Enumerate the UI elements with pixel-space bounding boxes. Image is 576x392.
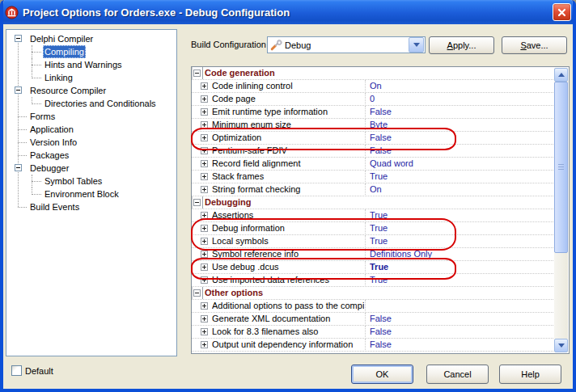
property-value[interactable]: On [370, 80, 553, 92]
property-row[interactable]: Record field alignment Quad word [192, 158, 555, 171]
property-row[interactable]: Pentium-safe FDIV False [192, 145, 555, 158]
scroll-up-button[interactable] [554, 68, 568, 82]
property-row[interactable]: Assertions True [192, 209, 555, 222]
property-row[interactable]: Debug information True [192, 222, 555, 235]
column-divider [365, 132, 366, 145]
chevron-down-icon [413, 43, 420, 47]
tree-item[interactable]: Compiling [6, 45, 176, 58]
property-row[interactable]: Symbol reference info Definitions Only [192, 248, 555, 261]
tree-item[interactable]: Debugger [6, 162, 176, 175]
tree-item[interactable]: Application [6, 123, 176, 136]
property-row[interactable]: Debugging [192, 196, 555, 209]
collapse-icon[interactable] [193, 199, 201, 206]
expand-icon[interactable] [201, 186, 208, 193]
property-row[interactable]: Use debug .dcus True [192, 261, 555, 274]
combo-dropdown-button[interactable] [409, 37, 424, 53]
property-row[interactable]: Use imported data references True [192, 274, 555, 287]
tree-item[interactable]: Linking [6, 71, 176, 84]
tree-item[interactable]: Delphi Compiler [6, 32, 176, 45]
expand-icon[interactable] [201, 328, 208, 335]
expand-icon[interactable] [201, 147, 208, 154]
expand-icon[interactable] [201, 160, 208, 167]
property-value[interactable]: True [370, 235, 553, 247]
close-button[interactable] [553, 3, 571, 21]
property-value[interactable]: Definitions Only [370, 248, 553, 260]
expand-icon[interactable] [201, 108, 208, 116]
delphi-app-icon [5, 6, 19, 19]
tree-item[interactable]: Environment Block [6, 188, 176, 200]
tree-item[interactable]: Resource Compiler [6, 84, 176, 97]
property-value[interactable]: True [370, 261, 553, 273]
property-value[interactable]: Byte [370, 119, 553, 131]
property-row[interactable]: Generate XML documentation False [192, 313, 555, 326]
property-value[interactable]: False [370, 145, 553, 157]
property-value[interactable]: 0 [370, 93, 553, 105]
expand-icon[interactable] [201, 95, 208, 103]
property-row[interactable]: String format checking On [192, 183, 555, 196]
property-value[interactable]: On [370, 183, 553, 196]
default-checkbox-row[interactable]: Default [11, 365, 53, 376]
expand-icon[interactable] [201, 225, 208, 232]
ok-button[interactable]: OK [351, 365, 413, 384]
tree-item[interactable]: Packages [6, 149, 176, 162]
expand-icon[interactable] [201, 212, 208, 219]
apply-button[interactable]: Apply... [429, 36, 494, 54]
options-tree: Delphi Compiler Compiling Hints and Warn… [6, 29, 177, 356]
property-row[interactable]: Minimum enum size Byte [192, 119, 555, 132]
property-value[interactable]: False [370, 339, 553, 351]
expand-icon[interactable] [201, 302, 208, 310]
tree-collapse-icon[interactable] [15, 164, 22, 171]
property-value[interactable]: Quad word [370, 158, 553, 170]
tree-item[interactable]: Forms [6, 110, 176, 123]
property-row[interactable]: Additional options to pass to the compil… [192, 300, 555, 313]
property-row[interactable]: Code inlining control On [192, 80, 555, 93]
property-row[interactable]: Emit runtime type information False [192, 106, 555, 119]
build-configuration-select[interactable]: Debug [267, 36, 426, 53]
property-value[interactable]: False [370, 132, 553, 144]
tree-item-label: Version Info [28, 136, 78, 149]
tree-collapse-icon[interactable] [15, 35, 22, 42]
cancel-button[interactable]: Cancel [426, 365, 489, 384]
expand-icon[interactable] [201, 173, 208, 180]
property-value[interactable]: False [370, 326, 553, 338]
expand-icon[interactable] [201, 251, 208, 258]
help-button[interactable]: Help [499, 365, 561, 384]
expand-icon[interactable] [201, 238, 208, 245]
property-row[interactable]: Look for 8.3 filenames also False [192, 326, 555, 339]
property-row[interactable]: Code page 0 [192, 93, 555, 106]
expand-icon[interactable] [201, 341, 208, 348]
property-value[interactable]: True [370, 171, 553, 183]
collapse-icon[interactable] [193, 289, 201, 297]
save-button[interactable]: Save... [502, 36, 567, 54]
expand-icon[interactable] [201, 263, 208, 271]
property-value[interactable]: True [370, 222, 553, 234]
titlebar[interactable]: Project Options for Orders.exe - Debug C… [0, 0, 576, 24]
property-name: Minimum enum size [212, 119, 364, 131]
collapse-icon[interactable] [193, 70, 201, 77]
tree-item[interactable]: Symbol Tables [6, 175, 176, 188]
scroll-down-button[interactable] [554, 339, 568, 352]
tree-item[interactable]: Version Info [6, 136, 176, 149]
tree-collapse-icon[interactable] [15, 86, 22, 94]
expand-icon[interactable] [201, 315, 208, 322]
property-row[interactable]: Code generation [192, 67, 555, 80]
property-row[interactable]: Local symbols True [192, 235, 555, 248]
checkbox-unchecked-icon[interactable] [11, 365, 22, 376]
vertical-scrollbar[interactable] [554, 68, 568, 352]
tree-item[interactable]: Hints and Warnings [6, 58, 176, 71]
scrollbar-thumb[interactable] [554, 82, 568, 253]
expand-icon[interactable] [201, 134, 208, 141]
property-value[interactable]: True [370, 209, 553, 221]
property-row[interactable]: Stack frames True [192, 171, 555, 183]
expand-icon[interactable] [201, 121, 208, 129]
property-value[interactable]: False [370, 106, 553, 118]
tree-item[interactable]: Directories and Conditionals [6, 97, 176, 110]
expand-icon[interactable] [201, 276, 208, 284]
property-row[interactable]: Output unit dependency information False [192, 339, 555, 352]
property-row[interactable]: Optimization False [192, 132, 555, 145]
expand-icon[interactable] [201, 82, 208, 90]
property-value[interactable]: False [370, 313, 553, 325]
tree-item[interactable]: Build Events [6, 200, 176, 213]
property-row[interactable]: Other options [192, 287, 555, 300]
property-value[interactable]: True [370, 274, 553, 286]
